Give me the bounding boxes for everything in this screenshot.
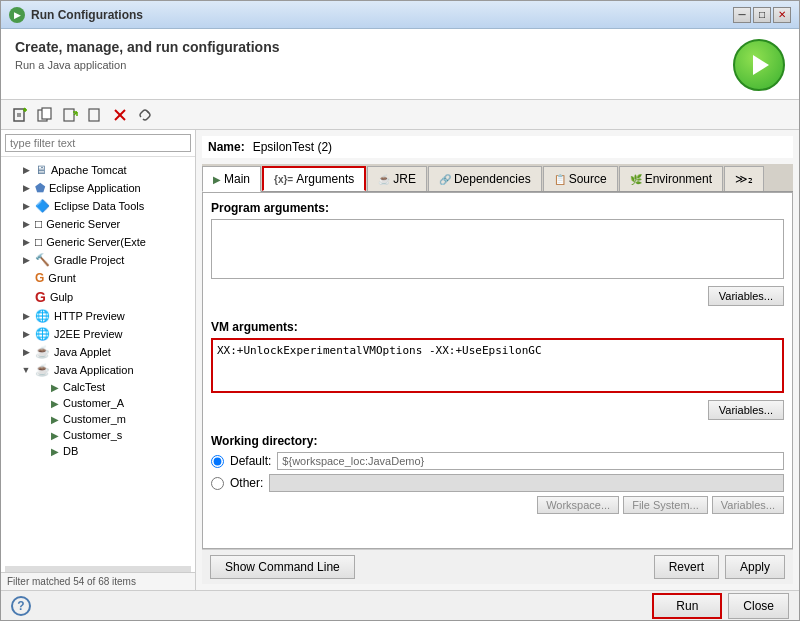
working-directory-label: Working directory: [211, 434, 784, 448]
window-controls: ─ □ ✕ [733, 7, 791, 23]
default-radio[interactable] [211, 455, 224, 468]
export-button[interactable] [59, 104, 81, 126]
generic-server-icon: □ [35, 217, 42, 231]
footer-buttons: Run Close [652, 593, 789, 619]
other-radio[interactable] [211, 477, 224, 490]
tree-item-eclipse-data-tools[interactable]: ▶ 🔷 Eclipse Data Tools [1, 197, 195, 215]
tree-item-java-applet[interactable]: ▶ ☕ Java Applet [1, 343, 195, 361]
dependencies-tab-icon: 🔗 [439, 174, 451, 185]
environment-tab-icon: 🌿 [630, 174, 642, 185]
minimize-button[interactable]: ─ [733, 7, 751, 23]
eclipse-data-icon: 🔷 [35, 199, 50, 213]
program-variables-button[interactable]: Variables... [708, 286, 784, 306]
tab-main[interactable]: ▶ Main [202, 166, 261, 192]
import-icon [87, 107, 103, 123]
close-button-footer[interactable]: Close [728, 593, 789, 619]
name-row: Name: EpsilonTest (2) [202, 136, 793, 158]
tree-area: ▶ 🖥 Apache Tomcat ▶ ⬟ Eclipse Applicatio… [1, 157, 195, 566]
tab-content-arguments: Program arguments: Variables... VM argum… [202, 192, 793, 549]
default-dir-input[interactable] [277, 452, 784, 470]
expand-icon: ▶ [21, 237, 31, 247]
tab-arguments[interactable]: {x}= Arguments [262, 166, 366, 191]
expand-icon: ▶ [21, 255, 31, 265]
tree-item-db[interactable]: ▶ ▶ DB [1, 443, 195, 459]
revert-button[interactable]: Revert [654, 555, 719, 579]
delete-icon [112, 107, 128, 123]
duplicate-icon [37, 107, 53, 123]
workspace-button[interactable]: Workspace... [537, 496, 619, 514]
show-command-line-button[interactable]: Show Command Line [210, 555, 355, 579]
tree-item-customer-a[interactable]: ▶ ▶ Customer_A [1, 395, 195, 411]
gulp-label: Gulp [50, 291, 73, 303]
expand-icon: ▶ [21, 201, 31, 211]
delete-button[interactable] [109, 104, 131, 126]
filter-input[interactable] [5, 134, 191, 152]
generic-server-label: Generic Server [46, 218, 120, 230]
tree-item-eclipse-application[interactable]: ▶ ⬟ Eclipse Application [1, 179, 195, 197]
window-title: Run Configurations [31, 8, 143, 22]
other-dir-input[interactable] [269, 474, 784, 492]
duplicate-button[interactable] [34, 104, 56, 126]
vm-arguments-section: VM arguments: XX:+UnlockExperimentalVMOp… [211, 320, 784, 420]
tree-item-apache-tomcat[interactable]: ▶ 🖥 Apache Tomcat [1, 161, 195, 179]
tree-item-http-preview[interactable]: ▶ 🌐 HTTP Preview [1, 307, 195, 325]
filesystem-button[interactable]: File System... [623, 496, 708, 514]
expand-icon: ▶ [21, 329, 31, 339]
tree-item-gradle-project[interactable]: ▶ 🔨 Gradle Project [1, 251, 195, 269]
jre-tab-icon: ☕ [378, 174, 390, 185]
tree-item-customer-s[interactable]: ▶ ▶ Customer_s [1, 427, 195, 443]
run-button-header[interactable] [733, 39, 785, 91]
gulp-icon: G [35, 289, 46, 305]
generic-server-ext-label: Generic Server(Exte [46, 236, 146, 248]
tree-item-generic-server-ext[interactable]: ▶ □ Generic Server(Exte [1, 233, 195, 251]
svg-rect-8 [64, 109, 74, 121]
import-button[interactable] [84, 104, 106, 126]
eclipse-data-tools-label: Eclipse Data Tools [54, 200, 144, 212]
default-radio-row: Default: [211, 452, 784, 470]
workdir-variables-button[interactable]: Variables... [712, 496, 784, 514]
link-icon [137, 107, 153, 123]
tab-jre[interactable]: ☕ JRE [367, 166, 427, 191]
tab-more[interactable]: ≫₂ [724, 166, 764, 191]
tab-environment[interactable]: 🌿 Environment [619, 166, 723, 191]
link-button[interactable] [134, 104, 156, 126]
grunt-label: Grunt [48, 272, 76, 284]
svg-rect-12 [89, 109, 99, 121]
tree-item-grunt[interactable]: ▶ G Grunt [1, 269, 195, 287]
run-action-button[interactable]: Run [652, 593, 722, 619]
maximize-button[interactable]: □ [753, 7, 771, 23]
tree-item-generic-server[interactable]: ▶ □ Generic Server [1, 215, 195, 233]
header: Create, manage, and run configurations R… [1, 29, 799, 100]
apache-tomcat-label: Apache Tomcat [51, 164, 127, 176]
arguments-tab-icon: {x}= [274, 174, 293, 185]
tree-item-java-application[interactable]: ▼ ☕ Java Application [1, 361, 195, 379]
left-panel: ▶ 🖥 Apache Tomcat ▶ ⬟ Eclipse Applicatio… [1, 130, 196, 590]
other-label: Other: [230, 476, 263, 490]
environment-tab-label: Environment [645, 172, 712, 186]
vm-variables-button[interactable]: Variables... [708, 400, 784, 420]
help-button[interactable]: ? [11, 596, 31, 616]
new-config-button[interactable] [9, 104, 31, 126]
apply-button[interactable]: Apply [725, 555, 785, 579]
tab-dependencies[interactable]: 🔗 Dependencies [428, 166, 542, 191]
expand-icon: ▶ [21, 311, 31, 321]
java-applet-label: Java Applet [54, 346, 111, 358]
java-applet-icon: ☕ [35, 345, 50, 359]
tree-item-gulp[interactable]: ▶ G Gulp [1, 287, 195, 307]
right-panel: Name: EpsilonTest (2) ▶ Main {x}= Argume… [196, 130, 799, 590]
program-arguments-label: Program arguments: [211, 201, 784, 215]
tab-source[interactable]: 📋 Source [543, 166, 618, 191]
header-subtitle: Run a Java application [15, 59, 280, 71]
arguments-tab-label: Arguments [296, 172, 354, 186]
source-tab-icon: 📋 [554, 174, 566, 185]
vm-arguments-input[interactable]: XX:+UnlockExperimentalVMOptions -XX:+Use… [211, 338, 784, 393]
tree-item-j2ee-preview[interactable]: ▶ 🌐 J2EE Preview [1, 325, 195, 343]
tree-item-customer-m[interactable]: ▶ ▶ Customer_m [1, 411, 195, 427]
close-button[interactable]: ✕ [773, 7, 791, 23]
program-arguments-input[interactable] [211, 219, 784, 279]
eclipse-app-icon: ⬟ [35, 181, 45, 195]
header-row: Create, manage, and run configurations R… [15, 39, 785, 91]
tree-item-calc-test[interactable]: ▶ ▶ CalcTest [1, 379, 195, 395]
main-tab-icon: ▶ [213, 174, 221, 185]
working-dir-buttons: Workspace... File System... Variables... [211, 496, 784, 514]
